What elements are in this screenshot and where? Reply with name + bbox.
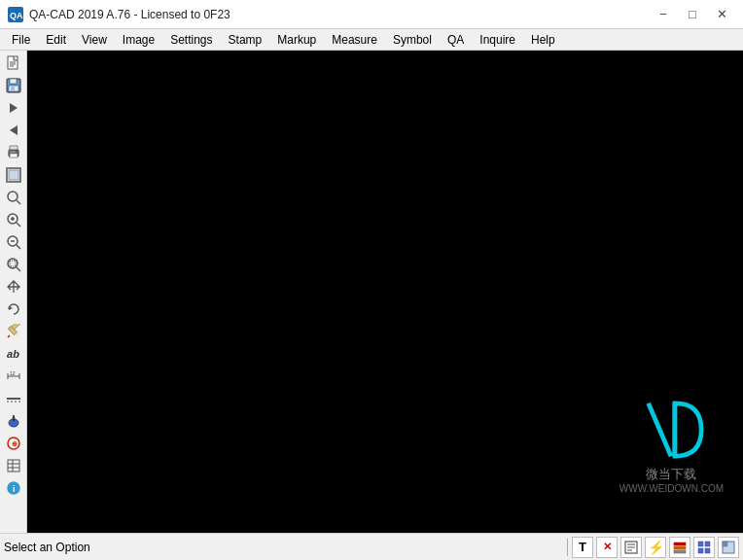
main-content: ab 12 bbox=[0, 51, 743, 533]
svg-line-53 bbox=[649, 403, 671, 456]
zoom-button[interactable] bbox=[2, 187, 25, 208]
title-bar: QA QA-CAD 2019 A.76 - Licensed to 0F23 −… bbox=[0, 0, 743, 29]
watermark-url: WWW.WEIDOWN.COM bbox=[619, 483, 724, 494]
fill-button[interactable] bbox=[2, 410, 25, 432]
left-toolbar: ab 12 bbox=[0, 51, 27, 533]
svg-marker-11 bbox=[10, 125, 18, 135]
app-icon: QA bbox=[8, 7, 23, 22]
print-button[interactable] bbox=[2, 142, 25, 163]
pencil-button[interactable] bbox=[2, 321, 25, 342]
svg-rect-62 bbox=[705, 542, 710, 546]
text-button[interactable]: ab bbox=[2, 343, 25, 365]
new-tool-button[interactable] bbox=[2, 52, 25, 74]
menu-item-symbol[interactable]: Symbol bbox=[385, 29, 440, 50]
view-button[interactable] bbox=[718, 537, 739, 558]
lightning-button[interactable]: ⚡ bbox=[645, 537, 666, 558]
svg-rect-64 bbox=[705, 548, 710, 553]
zoom-window-button[interactable] bbox=[2, 254, 25, 275]
svg-rect-61 bbox=[698, 542, 703, 546]
svg-line-25 bbox=[17, 245, 20, 249]
canvas-area[interactable]: 微当下载 WWW.WEIDOWN.COM bbox=[27, 51, 743, 533]
status-right-controls: T ✕ ⚡ bbox=[572, 537, 739, 558]
save-tool-button[interactable] bbox=[2, 75, 25, 96]
svg-rect-63 bbox=[698, 548, 703, 553]
menu-item-image[interactable]: Image bbox=[115, 29, 162, 50]
svg-text:i: i bbox=[13, 484, 16, 494]
svg-rect-9 bbox=[11, 87, 15, 90]
menu-item-view[interactable]: View bbox=[74, 29, 115, 50]
menu-item-measure[interactable]: Measure bbox=[324, 29, 385, 50]
symbol-button[interactable]: ⊕ bbox=[2, 433, 25, 454]
svg-line-21 bbox=[17, 223, 20, 227]
menu-item-markup[interactable]: Markup bbox=[269, 29, 324, 50]
menu-item-settings[interactable]: Settings bbox=[162, 29, 220, 50]
fit-page-button[interactable] bbox=[2, 164, 25, 186]
svg-text:⊕: ⊕ bbox=[11, 440, 17, 447]
svg-rect-59 bbox=[674, 546, 686, 549]
svg-rect-60 bbox=[674, 550, 686, 553]
menu-item-help[interactable]: Help bbox=[523, 29, 563, 50]
pan-button[interactable] bbox=[2, 276, 25, 298]
svg-rect-58 bbox=[674, 542, 686, 545]
menu-item-stamp[interactable]: Stamp bbox=[221, 29, 270, 50]
layers-button[interactable] bbox=[669, 537, 690, 558]
dimension-button[interactable]: 12 bbox=[2, 366, 25, 387]
menu-item-edit[interactable]: Edit bbox=[38, 29, 74, 50]
menu-bar: FileEditViewImageSettingsStampMarkupMeas… bbox=[0, 29, 743, 51]
zoom-out-button[interactable] bbox=[2, 231, 25, 253]
clear-button[interactable]: ✕ bbox=[596, 537, 618, 558]
svg-rect-13 bbox=[10, 146, 18, 150]
window-controls: − □ ✕ bbox=[650, 5, 735, 24]
maximize-button[interactable]: □ bbox=[679, 5, 706, 24]
svg-rect-14 bbox=[10, 154, 18, 158]
info-button[interactable]: i bbox=[2, 477, 25, 499]
page-button[interactable] bbox=[620, 537, 642, 558]
svg-point-15 bbox=[16, 151, 18, 153]
table-button[interactable] bbox=[2, 455, 25, 476]
grid-button[interactable] bbox=[693, 537, 715, 558]
minimize-button[interactable]: − bbox=[650, 5, 677, 24]
svg-point-18 bbox=[8, 192, 18, 201]
svg-marker-10 bbox=[10, 103, 18, 113]
menu-item-inquire[interactable]: Inquire bbox=[472, 29, 523, 50]
close-button[interactable]: ✕ bbox=[708, 5, 735, 24]
line-button[interactable] bbox=[2, 388, 25, 409]
window-title: QA-CAD 2019 A.76 - Licensed to 0F23 bbox=[29, 8, 230, 21]
text-mode-button[interactable]: T bbox=[572, 537, 593, 558]
status-divider bbox=[567, 539, 568, 556]
forward-button[interactable] bbox=[2, 97, 25, 119]
title-bar-left: QA QA-CAD 2019 A.76 - Licensed to 0F23 bbox=[8, 7, 230, 22]
svg-text:12: 12 bbox=[10, 370, 16, 376]
svg-marker-30 bbox=[9, 306, 13, 310]
svg-text:QA: QA bbox=[10, 11, 23, 20]
back-button[interactable] bbox=[2, 120, 25, 141]
svg-rect-66 bbox=[723, 542, 727, 546]
status-message: Select an Option bbox=[4, 541, 563, 554]
svg-rect-46 bbox=[8, 460, 19, 472]
menu-item-qa[interactable]: QA bbox=[440, 29, 472, 50]
watermark-site-name: 微当下载 bbox=[646, 466, 696, 483]
svg-line-19 bbox=[17, 200, 20, 204]
menu-item-file[interactable]: File bbox=[4, 29, 38, 50]
watermark-logo bbox=[632, 396, 710, 464]
svg-rect-29 bbox=[10, 261, 16, 266]
svg-line-33 bbox=[8, 335, 10, 337]
status-bar: Select an Option T ✕ ⚡ bbox=[0, 533, 743, 560]
svg-rect-17 bbox=[9, 170, 18, 180]
svg-rect-7 bbox=[10, 79, 17, 84]
svg-line-28 bbox=[17, 267, 20, 271]
zoom-in-button[interactable] bbox=[2, 209, 25, 230]
watermark: 微当下载 WWW.WEIDOWN.COM bbox=[619, 396, 724, 494]
undo-button[interactable] bbox=[2, 298, 25, 320]
